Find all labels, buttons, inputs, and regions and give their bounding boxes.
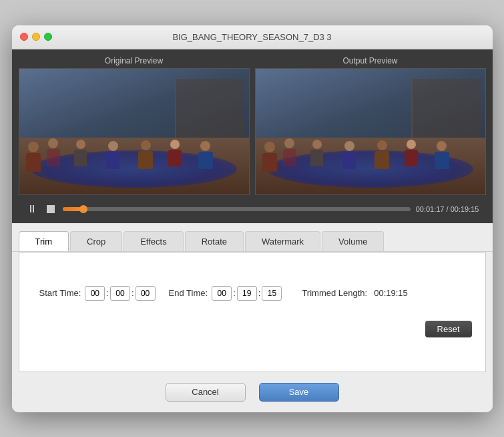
video-area: Original Preview: [12, 49, 493, 223]
output-preview-label: Output Preview: [255, 56, 486, 65]
time-separator: /: [447, 205, 449, 213]
progress-bar[interactable]: [63, 207, 411, 211]
start-hours-input[interactable]: [85, 286, 105, 301]
total-time: 00:19:15: [451, 205, 479, 213]
reset-button[interactable]: Reset: [425, 321, 472, 337]
output-preview-panel: Output Preview: [255, 56, 486, 195]
sep3: :: [233, 288, 236, 298]
progress-thumb[interactable]: [79, 205, 87, 213]
end-seconds-input[interactable]: [262, 286, 282, 301]
start-time-label: Start Time:: [39, 288, 81, 298]
trimmed-length-label: Trimmed Length:: [302, 288, 367, 298]
start-time-inputs: : :: [85, 286, 155, 301]
tab-watermark[interactable]: Watermark: [245, 231, 320, 251]
start-minutes-input[interactable]: [110, 286, 130, 301]
play-pause-button[interactable]: ⏸: [25, 202, 39, 216]
original-preview-panel: Original Preview: [19, 56, 250, 195]
play-pause-icon: ⏸: [27, 203, 37, 215]
end-time-group: End Time: : :: [169, 286, 282, 301]
stop-icon: [47, 205, 55, 213]
end-minutes-input[interactable]: [237, 286, 257, 301]
maximize-button[interactable]: [44, 33, 52, 41]
tab-crop[interactable]: Crop: [70, 231, 122, 251]
trimmed-length-group: Trimmed Length: 00:19:15: [295, 288, 407, 298]
tab-effects[interactable]: Effects: [123, 231, 184, 251]
close-button[interactable]: [20, 33, 28, 41]
trimmed-length-value: 00:19:15: [374, 288, 408, 298]
controls-bar: ⏸ 00:01:17 / 00:19:15: [19, 195, 486, 223]
tab-volume[interactable]: Volume: [322, 231, 384, 251]
reset-row: Reset: [33, 321, 472, 337]
content-area: Start Time: : : End Time: : :: [19, 252, 486, 372]
save-button[interactable]: Save: [259, 383, 339, 402]
end-time-inputs: : :: [212, 286, 282, 301]
footer: Cancel Save: [12, 372, 493, 412]
traffic-lights: [20, 33, 52, 41]
sep2: :: [132, 288, 134, 298]
sep4: :: [258, 288, 261, 298]
original-preview-label: Original Preview: [19, 56, 250, 65]
minimize-button[interactable]: [32, 33, 40, 41]
start-time-group: Start Time: : :: [39, 286, 156, 301]
trim-fields: Start Time: : : End Time: : :: [39, 286, 472, 301]
app-window: BIG_BANG_THEORY_SEASON_7_D3 3 Original P…: [12, 25, 493, 412]
tab-rotate[interactable]: Rotate: [185, 231, 244, 251]
title-bar: BIG_BANG_THEORY_SEASON_7_D3 3: [12, 25, 493, 49]
preview-panels: Original Preview: [19, 56, 486, 195]
start-seconds-input[interactable]: [136, 286, 156, 301]
tab-list: Trim Crop Effects Rotate Watermark Volum…: [12, 223, 493, 251]
window-title: BIG_BANG_THEORY_SEASON_7_D3 3: [172, 32, 331, 42]
end-time-label: End Time:: [169, 288, 208, 298]
original-preview-video: [19, 68, 250, 195]
tabs-container: Trim Crop Effects Rotate Watermark Volum…: [12, 223, 493, 252]
stop-button[interactable]: [44, 202, 57, 216]
output-preview-video: [255, 68, 486, 195]
tab-trim[interactable]: Trim: [19, 231, 69, 251]
time-display: 00:01:17 / 00:19:15: [416, 205, 479, 213]
cancel-button[interactable]: Cancel: [166, 383, 246, 402]
end-hours-input[interactable]: [212, 286, 232, 301]
current-time: 00:01:17: [416, 205, 445, 213]
sep1: :: [106, 288, 109, 298]
